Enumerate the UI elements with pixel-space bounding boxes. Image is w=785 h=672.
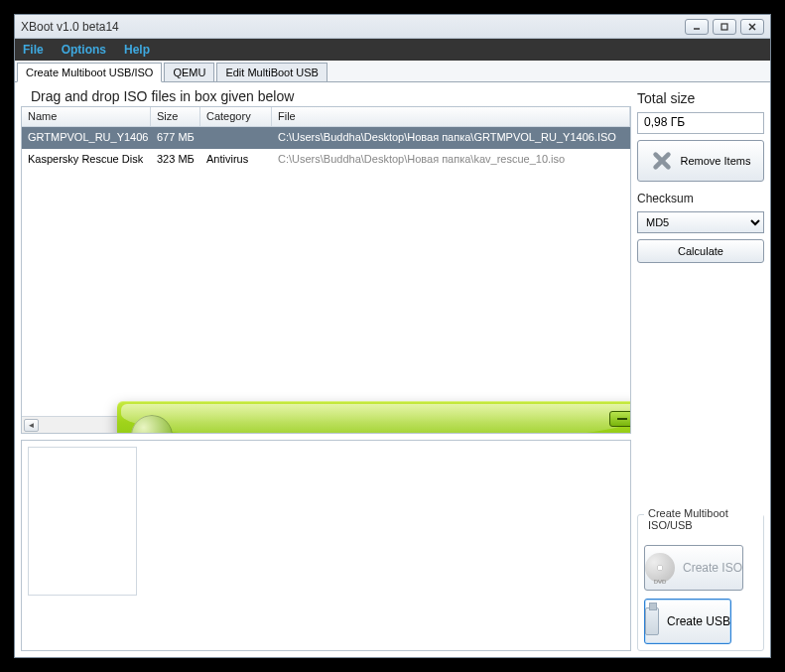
titlebar: XBoot v1.0 beta14 — [15, 15, 770, 39]
menu-file[interactable]: File — [23, 43, 44, 57]
create-usb-label: Create USB — [667, 614, 730, 628]
preview-thumbnail — [28, 447, 137, 596]
total-size-label: Total size — [637, 90, 764, 106]
cell-category: Antivirus — [200, 149, 272, 171]
minimize-button[interactable] — [685, 19, 709, 35]
x-icon — [651, 150, 673, 172]
tabstrip: Create Multiboot USB/ISO QEMU Edit Multi… — [15, 61, 770, 82]
create-usb-button[interactable]: Create USB — [644, 599, 731, 644]
maximize-button[interactable] — [713, 19, 736, 35]
copy-progress-dialog: Copying:GRTMPVOL_RU_Y1406 Cancel — [117, 401, 631, 434]
dvd-icon — [645, 553, 675, 583]
remove-items-button[interactable]: Remove Items — [637, 140, 764, 182]
tab-edit-multiboot[interactable]: Edit MultiBoot USB — [216, 63, 327, 81]
checksum-select[interactable]: MD5 — [637, 211, 764, 233]
window-title: XBoot v1.0 beta14 — [21, 20, 685, 34]
grid-body[interactable]: GRTMPVOL_RU_Y1406 677 МБ C:\Users\Buddha… — [22, 127, 630, 416]
create-iso-button[interactable]: Create ISO — [644, 545, 743, 591]
window-controls — [685, 19, 764, 35]
menu-help[interactable]: Help — [124, 43, 150, 57]
dialog-minimize-button[interactable] — [609, 411, 631, 427]
cell-name: GRTMPVOL_RU_Y1406 — [22, 127, 151, 149]
cell-file: C:\Users\Buddha\Desktop\Новая папка\kav_… — [272, 149, 630, 171]
table-row[interactable]: Kaspersky Rescue Disk 323 МБ Antivirus C… — [22, 149, 630, 171]
table-row[interactable]: GRTMPVOL_RU_Y1406 677 МБ C:\Users\Buddha… — [22, 127, 630, 149]
col-header-name[interactable]: Name — [22, 107, 151, 126]
cell-file: C:\Users\Buddha\Desktop\Новая папка\GRTM… — [272, 127, 630, 149]
total-size-value: 0,98 ГБ — [637, 112, 764, 134]
tab-create-multiboot[interactable]: Create Multiboot USB/ISO — [17, 63, 162, 82]
menu-options[interactable]: Options — [62, 43, 106, 57]
col-header-category[interactable]: Category — [200, 107, 272, 126]
close-button[interactable] — [740, 19, 764, 35]
col-header-file[interactable]: File — [272, 107, 630, 126]
cell-size: 677 МБ — [151, 127, 200, 149]
drag-drop-instruction: Drag and drop ISO files in box given bel… — [21, 82, 631, 106]
dvd-icon — [131, 415, 173, 434]
menubar: File Options Help — [15, 39, 770, 61]
content-area: Drag and drop ISO files in box given bel… — [15, 82, 770, 657]
create-group-label: Create Multiboot ISO/USB — [644, 507, 763, 531]
create-groupbox: Create Multiboot ISO/USB Create ISO Crea… — [637, 514, 764, 651]
col-header-size[interactable]: Size — [151, 107, 200, 126]
iso-grid: Name Size Category File GRTMPVOL_RU_Y140… — [21, 106, 631, 434]
tab-qemu[interactable]: QEMU — [164, 63, 214, 81]
usb-icon — [645, 607, 659, 635]
remove-items-label: Remove Items — [681, 155, 751, 167]
svg-rect-1 — [721, 24, 727, 30]
checksum-label: Checksum — [637, 192, 764, 205]
preview-dropzone[interactable] — [21, 440, 631, 651]
create-section: Create Multiboot ISO/USB Create ISO Crea… — [637, 514, 764, 651]
cell-name: Kaspersky Rescue Disk — [22, 149, 151, 171]
cell-size: 323 МБ — [151, 149, 200, 171]
calculate-button[interactable]: Calculate — [637, 239, 764, 263]
create-iso-label: Create ISO — [683, 561, 742, 575]
cell-category — [200, 127, 272, 149]
scroll-left-button[interactable]: ◄ — [24, 419, 39, 432]
left-column: Drag and drop ISO files in box given bel… — [21, 82, 631, 651]
right-column: Total size 0,98 ГБ Remove Items Checksum… — [637, 82, 764, 651]
grid-header: Name Size Category File — [22, 107, 630, 127]
app-window: XBoot v1.0 beta14 File Options Help Crea… — [14, 14, 771, 658]
